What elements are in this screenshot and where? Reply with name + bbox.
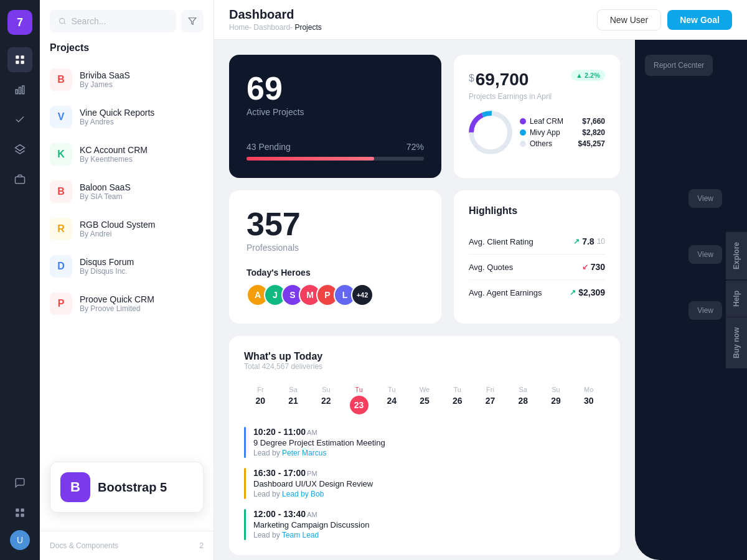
highlight-label: Avg. Quotes [469,263,513,272]
heroes-avatars: AJSMPL+42 [247,284,424,306]
nav-avatar[interactable]: 7 [7,10,32,35]
day-name: Tu [443,386,471,393]
day-num: 25 [411,396,439,406]
heroes-section: Today's Heroes AJSMPL+42 [247,268,424,306]
calendar-day[interactable]: Sa 28 [507,381,540,419]
progress-fill [247,157,374,161]
search-input-wrap[interactable] [50,10,176,32]
earnings-legend: Leaf CRM $7,660 Mivy App $2,820 Others $… [520,117,605,148]
earnings-chart-row: Leaf CRM $7,660 Mivy App $2,820 Others $… [469,111,605,154]
calendar-day[interactable]: Mo 30 [572,381,605,419]
project-item[interactable]: R RGB Cloud System By Andrei [40,210,214,248]
event-item: 16:30 - 17:00PM Dashboard UI/UX Design R… [244,468,605,499]
nav-icon-widgets[interactable] [7,500,32,525]
event-content: 10:20 - 11:00AM 9 Degree Project Estimat… [253,427,605,457]
calendar-day[interactable]: Su 29 [540,381,573,419]
highlight-row: Avg. Agent Earnings ↗ $2,309 [469,280,605,305]
breadcrumb-projects[interactable]: Projects [294,23,321,32]
project-item[interactable]: P Proove Quick CRM By Proove Limited [40,285,214,322]
project-info: Baloon SaaS By SIA Team [80,182,131,201]
filter-icon [188,17,197,26]
svg-rect-5 [19,87,21,94]
side-tab[interactable]: Help [726,280,747,317]
event-lead-link[interactable]: Lead by Bob [282,490,324,498]
nav-icon-message[interactable] [7,470,32,495]
side-tab[interactable]: Explore [726,231,747,279]
day-num: 30 [575,396,603,406]
view-button[interactable]: View [688,189,722,208]
event-ampm: AM [307,429,317,436]
highlight-label: Avg. Client Rating [469,237,533,246]
svg-line-14 [64,22,65,24]
day-num: 27 [476,396,504,406]
view-button[interactable]: View [688,301,722,320]
new-user-button[interactable]: New User [597,9,661,30]
right-panel: Report Cecnter ExploreHelpBuy now ViewVi… [635,40,747,560]
earnings-amount: 69,700 [476,70,529,89]
calendar-sub: Total 424,567 deliveries [244,362,605,371]
earnings-card: $69,700 ▲ 2.2% Projects Earnings in Apri… [454,55,620,178]
highlight-row: Avg. Client Rating ↗ 7.8 10 [469,229,605,254]
nav-icon-chart[interactable] [7,77,32,102]
filter-button[interactable] [181,10,204,32]
day-name: Fri [476,386,504,393]
page-title: Dashboard [229,7,322,22]
heroes-more[interactable]: +42 [351,284,374,306]
svg-rect-6 [22,86,24,94]
project-author: By SIA Team [80,192,131,201]
event-lead-link[interactable]: Team Lead [282,531,319,539]
svg-rect-12 [21,514,24,517]
project-name: Vine Quick Reports [80,108,154,118]
legend-label: Others [530,139,552,148]
view-buttons: ViewViewView [688,189,722,320]
nav-icon-grid[interactable] [7,47,32,72]
breadcrumb: Home- Dashboard- Projects [229,23,322,32]
calendar-day[interactable]: We 25 [408,381,441,419]
bootstrap-banner[interactable]: B Bootstrap 5 [50,462,204,513]
sidebar-footer: Docs & Components 2 [40,531,214,560]
nav-icon-layers[interactable] [7,137,32,162]
project-item[interactable]: V Vine Quick Reports By Andres [40,98,214,136]
calendar-day[interactable]: Tu 23 [342,381,375,419]
svg-point-13 [60,18,65,23]
new-goal-button[interactable]: New Goal [667,10,732,30]
day-name: We [411,386,439,393]
side-tab[interactable]: Buy now [726,317,747,368]
calendar-day[interactable]: Tu 26 [441,381,474,419]
project-author: By Disqus Inc. [80,267,134,276]
project-name: RGB Cloud System [80,220,155,230]
report-center-button[interactable]: Report Cecnter [645,55,713,76]
project-item[interactable]: K KC Account CRM By Keenthemes [40,136,214,173]
event-border [244,509,246,540]
calendar-day[interactable]: Fr 20 [244,381,277,419]
view-button[interactable]: View [688,245,722,264]
search-input[interactable] [71,16,167,26]
day-name: Sa [280,386,308,393]
event-lead-link[interactable]: Peter Marcus [282,449,326,457]
trend-icon: ↗ [570,288,576,297]
user-avatar[interactable]: U [10,530,30,550]
project-item[interactable]: B Baloon SaaS By SIA Team [40,173,214,210]
legend-item: Mivy App $2,820 [520,128,605,137]
calendar-day[interactable]: Su 22 [309,381,342,419]
calendar-day[interactable]: Tu 24 [375,381,408,419]
project-author: By Andrei [80,230,155,238]
trend-icon: ↗ [573,237,580,246]
search-icon [59,17,66,26]
footer-count: 2 [199,541,204,550]
project-item[interactable]: D Disqus Forum By Disqus Inc. [40,248,214,285]
content-area: 69 Active Projects 43 Pending 72% [214,40,747,560]
main-scroll: 69 Active Projects 43 Pending 72% [214,40,635,560]
nav-icon-briefcase[interactable] [7,167,32,192]
project-author: By Andres [80,118,154,126]
breadcrumb-dashboard[interactable]: Dashboard- [253,23,293,32]
project-item[interactable]: B Briviba SaaS By James [40,61,214,98]
calendar-day[interactable]: Fri 27 [474,381,507,419]
nav-icon-check[interactable] [7,107,32,132]
legend-label: Leaf CRM [530,117,563,126]
svg-rect-0 [16,55,19,58]
earnings-subtitle: Projects Earnings in April [469,92,605,101]
calendar-day[interactable]: Sa 21 [277,381,310,419]
svg-rect-8 [16,177,25,184]
breadcrumb-home[interactable]: Home- [229,23,251,32]
